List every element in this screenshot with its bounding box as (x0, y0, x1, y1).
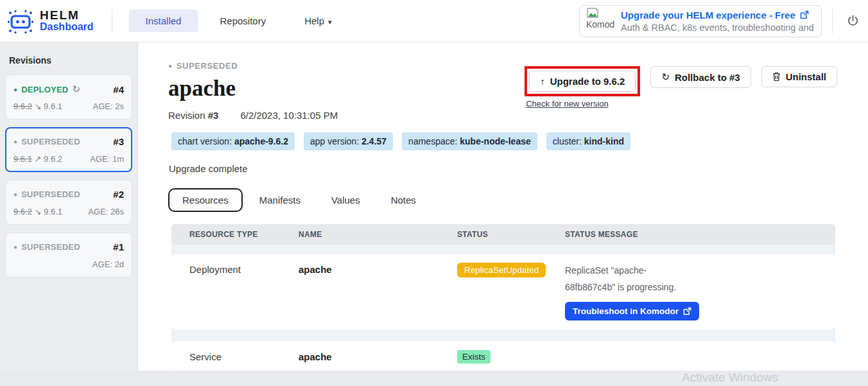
status-dot-icon: ● (13, 243, 17, 250)
revision-age: AGE: 2d (92, 259, 124, 269)
resource-name: apache (299, 263, 457, 275)
nav-tab-repository[interactable]: Repository (203, 10, 282, 32)
logo-line2: Dashboard (40, 22, 94, 33)
resource-name: apache (299, 350, 457, 362)
revision-card-3[interactable]: ● SUPERSEDED #3 9.6.1 ↗ 9.6.2 AGE: 1m (5, 127, 132, 172)
revision-card-2[interactable]: ● SUPERSEDED #2 9.6.2 ↘ 9.6.1 AGE: 26s (5, 180, 132, 225)
upgrade-button[interactable]: ↑ Upgrade to 9.6.2 (529, 71, 636, 92)
revision-status-label: SUPERSEDED (21, 189, 80, 199)
footer-strip: Activate Windows (0, 371, 868, 386)
check-new-version-link[interactable]: Check for new version (526, 99, 640, 109)
revisions-sidebar: Revisions ● DEPLOYED ↻ #4 9.6.2 ↘ 9.6.1 … (0, 42, 138, 371)
logo-line1: HELM (40, 9, 94, 22)
revision-versions: 9.6.2 ↘ 9.6.1 (13, 101, 62, 111)
downgrade-arrow-icon: ↘ (35, 207, 42, 216)
revision-status: ● SUPERSEDED (13, 189, 80, 199)
revision-age: AGE: 1m (90, 154, 124, 164)
annotation-highlight-box: ↑ Upgrade to 9.6.2 (525, 66, 640, 96)
main-nav: Installed Repository Help▾ (129, 10, 349, 32)
tab-resources[interactable]: Resources (168, 188, 243, 212)
power-icon[interactable] (847, 15, 859, 27)
helm-logo[interactable]: HELM Dashboard (6, 6, 94, 36)
topbar: HELM Dashboard Installed Repository Help… (0, 0, 868, 42)
revision-status-label: SUPERSEDED (21, 137, 80, 146)
table-row: Deployment apache ReplicaSetUpdated Repl… (171, 254, 835, 329)
status-message-cell: ReplicaSet "apache-68fb867c4b" is progre… (565, 263, 835, 320)
helm-dashboard-page: HELM Dashboard Installed Repository Help… (0, 0, 868, 386)
upgrade-arrow-icon: ↗ (35, 154, 42, 164)
activate-windows-watermark: Activate Windows (682, 371, 778, 385)
revision-status: ● SUPERSEDED (13, 242, 80, 252)
revisions-heading: Revisions (9, 55, 132, 66)
trash-icon (772, 72, 781, 82)
tab-manifests[interactable]: Manifests (245, 188, 315, 212)
col-status-message: STATUS MESSAGE (565, 230, 835, 239)
chip-chart-version: chart version: apache-9.6.2 (171, 132, 295, 150)
status-dot-icon: ● (13, 191, 17, 198)
col-status: STATUS (457, 230, 565, 239)
col-resource-type: RESOURCE TYPE (189, 230, 299, 239)
troubleshoot-button[interactable]: Troubleshoot in Komodor (565, 302, 699, 320)
revision-card-4[interactable]: ● DEPLOYED ↻ #4 9.6.2 ↘ 9.6.1 AGE: 2s (5, 75, 132, 119)
banner-title: Upgrade your HELM experience - Free (621, 10, 815, 21)
up-arrow-icon: ↑ (540, 76, 545, 87)
col-name: NAME (299, 230, 457, 239)
status-dot-icon: ● (13, 86, 17, 93)
revision-number: #2 (113, 189, 124, 200)
helm-logo-text: HELM Dashboard (40, 9, 94, 33)
resource-type: Service (189, 350, 299, 362)
release-actions: ↑ Upgrade to 9.6.2 Check for new version… (525, 66, 837, 109)
revision-card-1[interactable]: ● SUPERSEDED #1 AGE: 2d (5, 232, 132, 277)
revision-number: #3 (113, 136, 124, 147)
help-label: Help (304, 15, 324, 26)
refresh-icon[interactable]: ↻ (72, 83, 80, 95)
revision-status-label: SUPERSEDED (21, 242, 80, 252)
status-dot-icon: ● (13, 138, 17, 145)
chip-cluster: cluster: kind-kind (546, 132, 630, 150)
revision-info-line: Revision #3 6/2/2023, 10:31:05 PM (168, 110, 836, 121)
release-status-text: Upgrade complete (169, 163, 836, 174)
komodor-promo-banner[interactable]: Komod Upgrade your HELM experience - Fre… (579, 5, 822, 37)
revision-versions: 9.6.1 ↗ 9.6.2 (13, 154, 62, 164)
revision-label: Revision #3 (168, 110, 218, 121)
resource-type: Deployment (189, 263, 299, 275)
nav-tab-installed[interactable]: Installed (129, 10, 198, 32)
revision-versions: 9.6.2 ↘ 9.6.1 (13, 207, 62, 216)
resources-table: RESOURCE TYPE NAME STATUS STATUS MESSAGE… (171, 224, 835, 371)
revision-age: AGE: 26s (88, 207, 124, 216)
revision-status: ● DEPLOYED ↻ (13, 83, 80, 95)
downgrade-arrow-icon: ↘ (35, 101, 42, 111)
nav-tab-help[interactable]: Help▾ (288, 10, 348, 32)
table-row: Service apache Exists (171, 341, 835, 371)
chip-namespace: namespace: kube-node-lease (402, 132, 537, 150)
table-header: RESOURCE TYPE NAME STATUS STATUS MESSAGE (171, 224, 835, 245)
status-cell: Exists (457, 350, 565, 364)
revision-status: ● SUPERSEDED (13, 137, 80, 146)
chip-app-version: app version: 2.4.57 (304, 132, 393, 150)
status-message: ReplicaSet "apache-68fb867c4b" is progre… (565, 263, 697, 296)
status-dot-icon: ● (168, 62, 173, 69)
status-badge: Exists (457, 350, 490, 364)
status-cell: ReplicaSetUpdated (457, 263, 565, 277)
revision-age: AGE: 2s (93, 101, 124, 111)
banner-subtitle: Auth & RBAC, k8s events, troubleshooting… (621, 22, 815, 33)
tab-values[interactable]: Values (317, 188, 374, 212)
external-link-icon (683, 307, 691, 315)
revision-number: #4 (113, 84, 124, 95)
rollback-icon: ↻ (661, 71, 670, 83)
komodor-broken-image: Komod (586, 8, 616, 35)
release-metadata-chips: chart version: apache-9.6.2 app version:… (171, 132, 836, 150)
tab-notes[interactable]: Notes (377, 188, 430, 212)
topbar-divider (112, 9, 112, 33)
revision-date: 6/2/2023, 10:31:05 PM (240, 110, 338, 121)
revision-number: #3 (208, 110, 219, 121)
revision-number: #1 (113, 241, 124, 252)
uninstall-button[interactable]: Uninstall (761, 66, 837, 87)
helm-logo-icon (6, 6, 35, 36)
topbar-divider-right (832, 9, 833, 33)
revision-status-label: DEPLOYED (21, 85, 68, 94)
release-detail-panel: ● SUPERSEDED apache Revision #3 6/2/2023… (138, 42, 868, 371)
detail-tabs: Resources Manifests Values Notes (168, 188, 836, 212)
komodor-image-alt: Komod (586, 19, 614, 30)
rollback-button[interactable]: ↻ Rollback to #3 (650, 66, 751, 88)
